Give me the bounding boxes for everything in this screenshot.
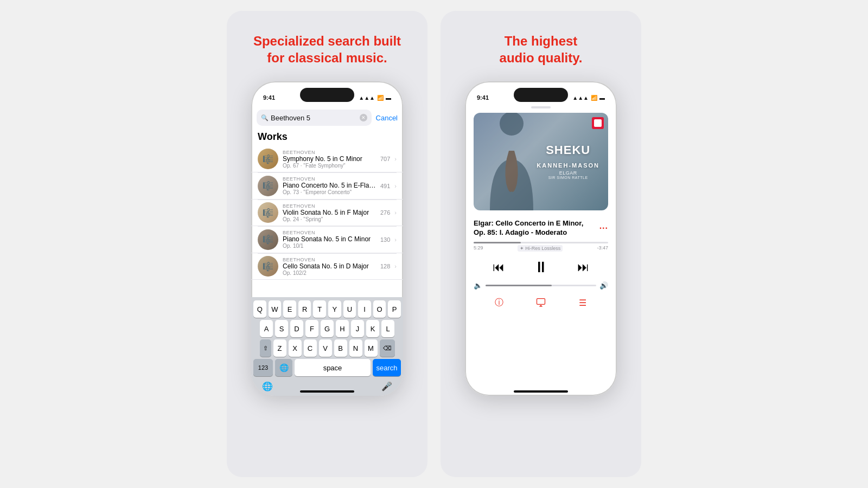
result-subtitle-2: Op. 73 · "Emperor Concerto" bbox=[283, 189, 376, 195]
key-v[interactable]: V bbox=[319, 339, 332, 357]
result-composer-3: BEETHOVEN bbox=[283, 203, 376, 209]
result-info-3: BEETHOVEN Violin Sonata No. 5 in F Major… bbox=[283, 203, 376, 222]
volume-min-icon: 🔈 bbox=[474, 281, 482, 290]
key-b[interactable]: B bbox=[334, 339, 347, 357]
search-input-box[interactable]: 🔍 Beethoven 5 ✕ bbox=[257, 110, 372, 126]
bottom-icons-row: ⓘ ☰ bbox=[465, 291, 617, 312]
result-item-2[interactable]: 🎼 BEETHOVEN Piano Concerto No. 5 in E-Fl… bbox=[251, 173, 403, 200]
album-person-svg bbox=[479, 113, 544, 210]
result-info-2: BEETHOVEN Piano Concerto No. 5 in E-Flat… bbox=[283, 176, 376, 195]
key-c[interactable]: C bbox=[304, 339, 317, 357]
search-bar-row: 🔍 Beethoven 5 ✕ Cancel bbox=[251, 106, 403, 129]
album-badge bbox=[592, 117, 604, 129]
key-l[interactable]: L bbox=[381, 320, 394, 337]
result-count-1: 707 bbox=[380, 156, 390, 162]
keyboard-row-1: Q W E R T Y U I O P bbox=[253, 300, 401, 318]
search-clear-button[interactable]: ✕ bbox=[360, 114, 367, 121]
result-title-5: Cello Sonata No. 5 in D Major bbox=[283, 262, 376, 270]
album-badge-inner bbox=[594, 119, 602, 127]
status-icons: ▲▲▲ 📶 ▬ bbox=[359, 95, 391, 101]
search-phone: 9:41 ▲▲▲ 📶 ▬ 🔍 Beethoven 5 ✕ Cancel bbox=[251, 81, 403, 396]
keyboard-row-2: A S D F G H J K L bbox=[253, 320, 401, 337]
key-x[interactable]: X bbox=[289, 339, 302, 357]
key-s[interactable]: S bbox=[275, 320, 288, 337]
result-subtitle-3: Op. 24 · "Spring" bbox=[283, 216, 376, 222]
key-q[interactable]: Q bbox=[253, 300, 266, 318]
result-composer-1: BEETHOVEN bbox=[283, 150, 376, 155]
key-r[interactable]: R bbox=[298, 300, 311, 318]
cancel-button[interactable]: Cancel bbox=[376, 114, 398, 122]
album-composer: ELGAR bbox=[537, 170, 599, 176]
result-composer-5: BEETHOVEN bbox=[283, 257, 376, 262]
queue-button[interactable]: ☰ bbox=[575, 295, 590, 310]
key-y[interactable]: Y bbox=[328, 300, 341, 318]
volume-max-icon: 🔊 bbox=[599, 281, 608, 290]
key-123[interactable]: 123 bbox=[253, 359, 273, 376]
avatar-5: 🎼 bbox=[258, 256, 278, 277]
key-m[interactable]: M bbox=[365, 339, 378, 357]
result-title-4: Piano Sonata No. 5 in C Minor bbox=[283, 235, 376, 243]
key-d[interactable]: D bbox=[290, 320, 303, 337]
key-emoji[interactable]: 🌐 bbox=[275, 359, 292, 376]
key-delete[interactable]: ⌫ bbox=[380, 339, 395, 357]
key-p[interactable]: P bbox=[388, 300, 401, 318]
key-shift[interactable]: ⇧ bbox=[260, 339, 271, 357]
key-o[interactable]: O bbox=[373, 300, 386, 318]
result-item-1[interactable]: 🎼 BEETHOVEN Symphony No. 5 in C Minor Op… bbox=[251, 146, 403, 172]
works-section-title: Works bbox=[251, 129, 403, 146]
keyboard-row-3: ⇧ Z X C V B N M ⌫ bbox=[253, 339, 401, 357]
volume-row: 🔈 🔊 bbox=[465, 280, 617, 291]
key-k[interactable]: K bbox=[366, 320, 379, 337]
player-status-icons: ▲▲▲ 📶 ▬ bbox=[572, 95, 605, 101]
key-i[interactable]: I bbox=[358, 300, 371, 318]
result-count-3: 276 bbox=[380, 209, 390, 216]
key-n[interactable]: N bbox=[349, 339, 362, 357]
key-h[interactable]: H bbox=[336, 320, 349, 337]
result-title-1: Symphony No. 5 in C Minor bbox=[283, 155, 376, 163]
svg-point-0 bbox=[500, 113, 524, 136]
battery-icon: ▬ bbox=[386, 95, 391, 101]
left-card-title: Specialized search built for classical m… bbox=[253, 33, 401, 66]
key-g[interactable]: G bbox=[321, 320, 334, 337]
key-f[interactable]: F bbox=[305, 320, 318, 337]
wifi-icon: 📶 bbox=[377, 95, 384, 101]
album-artist-name: SHEKUKANNEH-MASON bbox=[537, 144, 599, 170]
key-w[interactable]: W bbox=[269, 300, 282, 318]
search-text: Beethoven 5 bbox=[271, 114, 358, 122]
key-search[interactable]: search bbox=[373, 359, 401, 376]
avatar-4: 🎼 bbox=[258, 229, 278, 250]
keyboard: Q W E R T Y U I O P A S D bbox=[251, 297, 403, 396]
home-bar bbox=[300, 390, 354, 393]
result-info-1: BEETHOVEN Symphony No. 5 in C Minor Op. … bbox=[283, 150, 376, 169]
key-u[interactable]: U bbox=[343, 300, 356, 318]
chevron-icon-3: › bbox=[394, 209, 397, 216]
rewind-button[interactable]: ⏮ bbox=[493, 260, 505, 274]
airplay-button[interactable] bbox=[533, 295, 548, 310]
keyboard-bottom-row: 123 🌐 space search bbox=[253, 359, 401, 376]
key-e[interactable]: E bbox=[283, 300, 296, 318]
right-card: The highest audio quality. 9:41 ▲▲▲ 📶 ▬ bbox=[441, 11, 641, 477]
pause-button[interactable]: ⏸ bbox=[533, 258, 548, 276]
player-home-bar bbox=[514, 390, 568, 393]
key-t[interactable]: T bbox=[313, 300, 326, 318]
progress-track[interactable] bbox=[474, 242, 608, 243]
key-a[interactable]: A bbox=[260, 320, 273, 337]
result-item-4[interactable]: 🎼 BEETHOVEN Piano Sonata No. 5 in C Mino… bbox=[251, 227, 403, 253]
result-subtitle-4: Op. 10/1 bbox=[283, 243, 376, 249]
forward-button[interactable]: ⏭ bbox=[577, 260, 589, 274]
key-z[interactable]: Z bbox=[273, 339, 286, 357]
more-button[interactable]: ··· bbox=[599, 223, 608, 233]
phone-notch bbox=[300, 88, 354, 102]
result-composer-2: BEETHOVEN bbox=[283, 176, 376, 182]
result-item-5[interactable]: 🎼 BEETHOVEN Cello Sonata No. 5 in D Majo… bbox=[251, 253, 403, 280]
volume-track[interactable] bbox=[486, 285, 596, 286]
playback-controls: ⏮ ⏸ ⏭ bbox=[465, 254, 617, 280]
mic-icon[interactable]: 🎤 bbox=[381, 381, 392, 391]
info-button[interactable]: ⓘ bbox=[492, 295, 507, 310]
result-item-3[interactable]: 🎼 BEETHOVEN Violin Sonata No. 5 in F Maj… bbox=[251, 200, 403, 226]
result-title-3: Violin Sonata No. 5 in F Major bbox=[283, 209, 376, 216]
globe-icon[interactable]: 🌐 bbox=[262, 381, 273, 391]
key-space[interactable]: space bbox=[295, 359, 371, 376]
key-j[interactable]: J bbox=[351, 320, 364, 337]
status-time: 9:41 bbox=[263, 94, 275, 101]
